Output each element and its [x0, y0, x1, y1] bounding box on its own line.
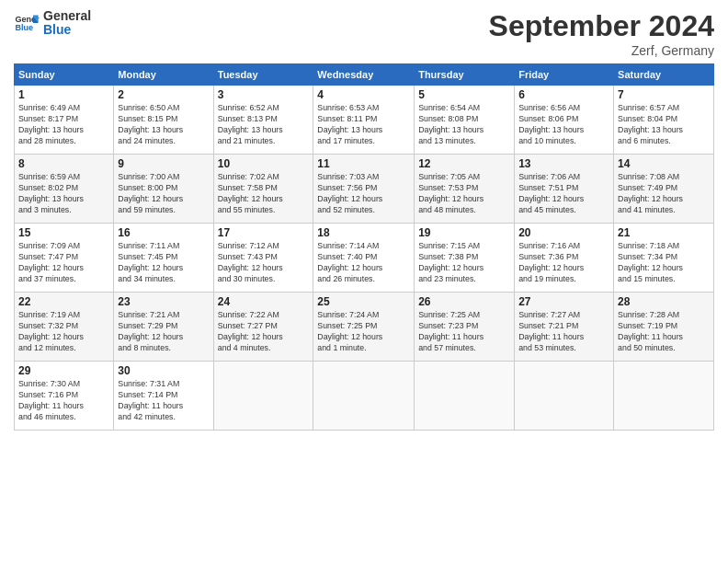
calendar-day-cell: 9Sunrise: 7:00 AMSunset: 8:00 PMDaylight… — [114, 155, 213, 224]
day-info: Sunrise: 7:24 AMSunset: 7:25 PMDaylight:… — [317, 310, 410, 354]
day-number: 7 — [618, 88, 710, 101]
day-info: Sunrise: 6:56 AMSunset: 8:06 PMDaylight:… — [518, 103, 609, 147]
logo-general: General — [43, 9, 91, 23]
calendar-week-row: 29Sunrise: 7:30 AMSunset: 7:16 PMDayligh… — [15, 362, 714, 431]
month-title: September 2024 — [489, 9, 714, 43]
day-number: 3 — [218, 88, 310, 101]
day-number: 15 — [18, 226, 109, 239]
day-info: Sunrise: 6:52 AMSunset: 8:13 PMDaylight:… — [218, 103, 310, 147]
calendar-day-cell: 8Sunrise: 6:59 AMSunset: 8:02 PMDaylight… — [15, 155, 114, 224]
day-info: Sunrise: 7:12 AMSunset: 7:43 PMDaylight:… — [218, 241, 310, 285]
calendar-day-cell: 22Sunrise: 7:19 AMSunset: 7:32 PMDayligh… — [15, 293, 114, 362]
day-number: 9 — [118, 157, 209, 170]
day-number: 19 — [418, 226, 510, 239]
day-number: 22 — [18, 295, 109, 308]
calendar-week-row: 22Sunrise: 7:19 AMSunset: 7:32 PMDayligh… — [15, 293, 714, 362]
day-number: 16 — [118, 226, 209, 239]
day-info: Sunrise: 7:08 AMSunset: 7:49 PMDaylight:… — [618, 172, 710, 216]
header-monday: Monday — [114, 64, 213, 86]
header-wednesday: Wednesday — [313, 64, 415, 86]
calendar-day-cell: 27Sunrise: 7:27 AMSunset: 7:21 PMDayligh… — [515, 293, 614, 362]
day-info: Sunrise: 6:50 AMSunset: 8:15 PMDaylight:… — [118, 103, 209, 147]
calendar-day-cell: 10Sunrise: 7:02 AMSunset: 7:58 PMDayligh… — [213, 155, 313, 224]
header-tuesday: Tuesday — [213, 64, 313, 86]
day-number: 17 — [218, 226, 310, 239]
calendar-day-cell: 2Sunrise: 6:50 AMSunset: 8:15 PMDaylight… — [114, 86, 213, 155]
day-info: Sunrise: 7:06 AMSunset: 7:51 PMDaylight:… — [518, 172, 609, 216]
day-info: Sunrise: 7:05 AMSunset: 7:53 PMDaylight:… — [418, 172, 510, 216]
day-info: Sunrise: 6:53 AMSunset: 8:11 PMDaylight:… — [317, 103, 410, 147]
day-info: Sunrise: 7:18 AMSunset: 7:34 PMDaylight:… — [618, 241, 710, 285]
day-number: 29 — [18, 364, 109, 377]
day-info: Sunrise: 7:31 AMSunset: 7:14 PMDaylight:… — [118, 379, 209, 423]
svg-text:Blue: Blue — [15, 24, 33, 33]
day-info: Sunrise: 6:49 AMSunset: 8:17 PMDaylight:… — [18, 103, 109, 147]
calendar-day-cell — [515, 362, 614, 431]
calendar-day-cell: 26Sunrise: 7:25 AMSunset: 7:23 PMDayligh… — [415, 293, 515, 362]
day-number: 12 — [418, 157, 510, 170]
day-info: Sunrise: 6:57 AMSunset: 8:04 PMDaylight:… — [618, 103, 710, 147]
logo-blue: Blue — [43, 23, 91, 37]
day-info: Sunrise: 7:15 AMSunset: 7:38 PMDaylight:… — [418, 241, 510, 285]
header-thursday: Thursday — [415, 64, 515, 86]
calendar-day-cell: 5Sunrise: 6:54 AMSunset: 8:08 PMDaylight… — [415, 86, 515, 155]
day-number: 13 — [518, 157, 609, 170]
calendar-day-cell: 25Sunrise: 7:24 AMSunset: 7:25 PMDayligh… — [313, 293, 415, 362]
day-number: 25 — [317, 295, 410, 308]
calendar-week-row: 8Sunrise: 6:59 AMSunset: 8:02 PMDaylight… — [15, 155, 714, 224]
calendar-day-cell — [313, 362, 415, 431]
calendar-day-cell: 21Sunrise: 7:18 AMSunset: 7:34 PMDayligh… — [614, 224, 714, 293]
day-number: 1 — [18, 88, 109, 101]
day-number: 28 — [618, 295, 710, 308]
calendar-day-cell: 24Sunrise: 7:22 AMSunset: 7:27 PMDayligh… — [213, 293, 313, 362]
calendar-day-cell — [614, 362, 714, 431]
calendar-day-cell: 28Sunrise: 7:28 AMSunset: 7:19 PMDayligh… — [614, 293, 714, 362]
day-number: 4 — [317, 88, 410, 101]
day-number: 8 — [18, 157, 109, 170]
day-info: Sunrise: 7:00 AMSunset: 8:00 PMDaylight:… — [118, 172, 209, 216]
day-info: Sunrise: 6:59 AMSunset: 8:02 PMDaylight:… — [18, 172, 109, 216]
day-info: Sunrise: 7:14 AMSunset: 7:40 PMDaylight:… — [317, 241, 410, 285]
calendar-day-cell — [415, 362, 515, 431]
logo: General Blue General Blue — [14, 9, 91, 38]
calendar-day-cell: 1Sunrise: 6:49 AMSunset: 8:17 PMDaylight… — [15, 86, 114, 155]
calendar-day-cell: 29Sunrise: 7:30 AMSunset: 7:16 PMDayligh… — [15, 362, 114, 431]
day-number: 30 — [118, 364, 209, 377]
day-info: Sunrise: 7:27 AMSunset: 7:21 PMDaylight:… — [518, 310, 609, 354]
day-number: 18 — [317, 226, 410, 239]
calendar-day-cell: 3Sunrise: 6:52 AMSunset: 8:13 PMDaylight… — [213, 86, 313, 155]
title-block: September 2024 Zerf, Germany — [489, 9, 714, 58]
day-number: 26 — [418, 295, 510, 308]
calendar-day-cell: 4Sunrise: 6:53 AMSunset: 8:11 PMDaylight… — [313, 86, 415, 155]
day-info: Sunrise: 7:21 AMSunset: 7:29 PMDaylight:… — [118, 310, 209, 354]
location-subtitle: Zerf, Germany — [489, 43, 714, 58]
logo-icon: General Blue — [14, 10, 40, 36]
calendar-day-cell: 17Sunrise: 7:12 AMSunset: 7:43 PMDayligh… — [213, 224, 313, 293]
day-number: 20 — [518, 226, 609, 239]
calendar-day-cell: 11Sunrise: 7:03 AMSunset: 7:56 PMDayligh… — [313, 155, 415, 224]
day-info: Sunrise: 7:25 AMSunset: 7:23 PMDaylight:… — [418, 310, 510, 354]
header-sunday: Sunday — [15, 64, 114, 86]
calendar-day-cell: 20Sunrise: 7:16 AMSunset: 7:36 PMDayligh… — [515, 224, 614, 293]
calendar-day-cell: 19Sunrise: 7:15 AMSunset: 7:38 PMDayligh… — [415, 224, 515, 293]
day-info: Sunrise: 7:11 AMSunset: 7:45 PMDaylight:… — [118, 241, 209, 285]
day-info: Sunrise: 7:03 AMSunset: 7:56 PMDaylight:… — [317, 172, 410, 216]
header-saturday: Saturday — [614, 64, 714, 86]
day-info: Sunrise: 7:22 AMSunset: 7:27 PMDaylight:… — [218, 310, 310, 354]
day-number: 21 — [618, 226, 710, 239]
calendar-day-cell: 12Sunrise: 7:05 AMSunset: 7:53 PMDayligh… — [415, 155, 515, 224]
calendar-day-cell — [213, 362, 313, 431]
day-number: 23 — [118, 295, 209, 308]
day-number: 11 — [317, 157, 410, 170]
day-info: Sunrise: 7:28 AMSunset: 7:19 PMDaylight:… — [618, 310, 710, 354]
calendar-week-row: 1Sunrise: 6:49 AMSunset: 8:17 PMDaylight… — [15, 86, 714, 155]
calendar-day-cell: 23Sunrise: 7:21 AMSunset: 7:29 PMDayligh… — [114, 293, 213, 362]
weekday-header-row: Sunday Monday Tuesday Wednesday Thursday… — [15, 64, 714, 86]
calendar-day-cell: 13Sunrise: 7:06 AMSunset: 7:51 PMDayligh… — [515, 155, 614, 224]
calendar-day-cell: 16Sunrise: 7:11 AMSunset: 7:45 PMDayligh… — [114, 224, 213, 293]
calendar-day-cell: 14Sunrise: 7:08 AMSunset: 7:49 PMDayligh… — [614, 155, 714, 224]
day-number: 27 — [518, 295, 609, 308]
day-info: Sunrise: 7:09 AMSunset: 7:47 PMDaylight:… — [18, 241, 109, 285]
day-info: Sunrise: 7:02 AMSunset: 7:58 PMDaylight:… — [218, 172, 310, 216]
calendar-day-cell: 15Sunrise: 7:09 AMSunset: 7:47 PMDayligh… — [15, 224, 114, 293]
